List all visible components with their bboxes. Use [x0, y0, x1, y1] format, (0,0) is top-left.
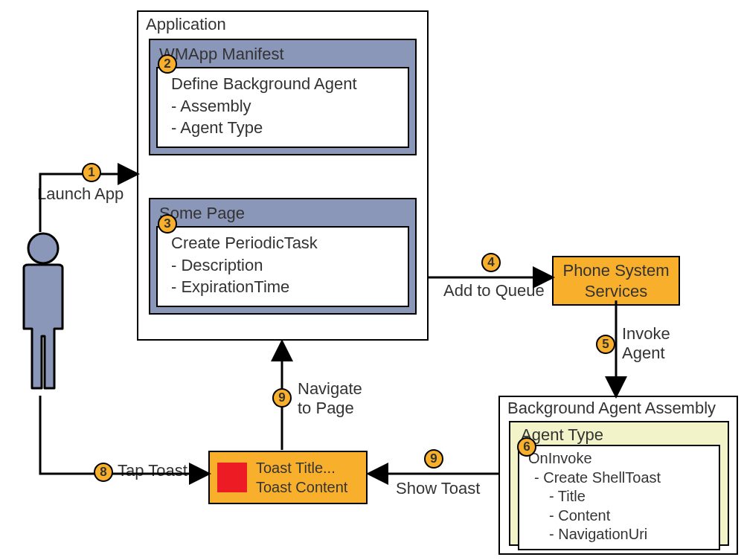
agent-type-title: Agent Type [521, 425, 720, 445]
page-heading: Create PeriodicTask [171, 232, 394, 254]
step-badge-7a: 9 [424, 449, 443, 469]
toast-box[interactable]: Toast Title... Toast Content [208, 451, 368, 504]
toast-app-icon [217, 463, 247, 492]
phone-services-box: Phone System Services [552, 256, 680, 306]
step-badge-6: 6 [517, 437, 536, 457]
toast-text: Toast Title... Toast Content [256, 458, 347, 497]
step-label-1: Launch App [37, 184, 124, 204]
page-inner: Create PeriodicTask - Description - Expi… [156, 226, 409, 307]
agent-type-box: Agent Type OnInvoke - Create ShellToast … [509, 421, 729, 546]
step-badge-9: 9 [272, 388, 292, 408]
page-title: Some Page [159, 204, 409, 223]
page-item-1: - ExpirationTime [171, 276, 394, 298]
step-badge-2: 2 [158, 54, 177, 74]
step-label-8: Tap Toast [118, 461, 187, 480]
step-badge-8: 8 [94, 463, 113, 482]
phone-services-label: Phone System Services [562, 260, 669, 301]
step-label-9: Navigate to Page [298, 379, 362, 418]
manifest-item-1: - Agent Type [171, 117, 394, 139]
background-assembly-container: Background Agent Assembly Agent Type OnI… [498, 396, 738, 555]
manifest-box: WMApp Manifest Define Background Agent -… [149, 39, 417, 155]
page-item-0: - Description [171, 254, 394, 277]
agent-type-inner: OnInvoke - Create ShellToast - Title - C… [518, 445, 720, 550]
step-badge-3: 3 [158, 214, 177, 234]
agent-type-item-2: - NavigationUri [528, 525, 710, 544]
application-container: Application WMApp Manifest Define Backgr… [137, 10, 429, 341]
step-label-5: Invoke Agent [622, 324, 670, 363]
manifest-inner: Define Background Agent - Assembly - Age… [156, 67, 409, 148]
agent-type-item-0: - Title [528, 487, 710, 506]
toast-title: Toast Title... [256, 458, 347, 477]
manifest-item-0: - Assembly [171, 95, 394, 118]
application-title: Application [146, 15, 226, 34]
step-label-7a: Show Toast [396, 479, 480, 498]
step-badge-4: 4 [481, 253, 501, 272]
manifest-title: WMApp Manifest [159, 45, 409, 64]
step-badge-1: 1 [82, 163, 101, 182]
background-assembly-title: Background Agent Assembly [507, 399, 716, 418]
svg-point-4 [28, 234, 58, 263]
step-badge-5: 5 [596, 335, 615, 354]
manifest-heading: Define Background Agent [171, 73, 394, 95]
agent-type-sub: - Create ShellToast [528, 469, 710, 488]
agent-type-heading: OnInvoke [528, 449, 710, 469]
user-icon [13, 232, 73, 396]
agent-type-item-1: - Content [528, 506, 710, 526]
toast-content: Toast Content [256, 477, 347, 497]
step-label-4: Add to Queue [443, 281, 545, 300]
page-box: Some Page Create PeriodicTask - Descript… [149, 198, 417, 315]
